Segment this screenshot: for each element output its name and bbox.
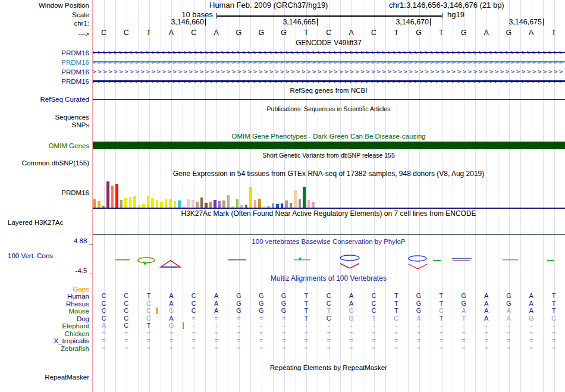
- alignment-base: G: [498, 300, 520, 307]
- repeatmasker-label[interactable]: RepeatMasker: [0, 374, 89, 381]
- gtex-tissue-bar[interactable]: [218, 201, 221, 208]
- gtex-tissue-bar[interactable]: [249, 187, 252, 208]
- gtex-tissue-bar[interactable]: [120, 200, 123, 208]
- alignment-base: =: [160, 345, 183, 352]
- species-label-x_tropicalis[interactable]: X_tropicalis: [0, 337, 89, 344]
- gtex-tissue-bar[interactable]: [303, 187, 306, 208]
- gtex-tissue-bar[interactable]: [129, 197, 132, 208]
- gtex-gene-label[interactable]: PRDM16: [0, 189, 89, 196]
- h3k27ac-baseline[interactable]: [93, 234, 565, 236]
- omim-gene-bar[interactable]: [93, 142, 565, 149]
- gtex-tissue-bar[interactable]: [294, 190, 297, 208]
- refseq-gene-line[interactable]: [93, 99, 565, 101]
- gtex-tissue-bar[interactable]: [214, 200, 216, 208]
- gtex-tissue-bar[interactable]: [147, 196, 150, 208]
- species-label-rhesus[interactable]: Rhesus: [0, 300, 89, 308]
- h3k27ac-label[interactable]: Layered H3K27Ac: [8, 219, 63, 226]
- gtex-tissue-bar[interactable]: [151, 198, 154, 208]
- phylop-label[interactable]: 100 Vert. Cons: [8, 252, 53, 259]
- gtex-tissue-bar[interactable]: [281, 203, 284, 208]
- dbsnp-label[interactable]: Common dbSNP(155): [0, 159, 89, 167]
- gtex-tissue-bar[interactable]: [98, 201, 101, 208]
- species-label-gaps[interactable]: Gaps: [0, 286, 89, 293]
- gene-label-prdm16[interactable]: PRDM16: [0, 59, 89, 66]
- alignment-base: =: [318, 337, 340, 344]
- gene-label-prdm16[interactable]: PRDM16: [0, 49, 89, 57]
- gtex-tissue-bar[interactable]: [187, 199, 190, 208]
- alignment-base: -: [407, 322, 430, 329]
- alignment-base: A: [160, 315, 183, 322]
- alignment-base: =: [250, 315, 272, 322]
- insertion-tick: [183, 322, 184, 329]
- gtex-tissue-bar[interactable]: [160, 202, 163, 208]
- alignment-base: C: [93, 315, 115, 322]
- gtex-tissue-bar[interactable]: [106, 181, 109, 208]
- alignment-base: T: [430, 315, 453, 322]
- gtex-tissue-bar[interactable]: [133, 196, 136, 208]
- gtex-tissue-bar[interactable]: [192, 200, 194, 208]
- gtex-tissue-bar[interactable]: [227, 195, 230, 208]
- alignment-base: C: [183, 308, 205, 314]
- gtex-tissue-bar[interactable]: [169, 199, 172, 208]
- species-label-zebrafish[interactable]: Zebrafish: [0, 345, 89, 352]
- species-label-human[interactable]: Human: [0, 293, 89, 300]
- gtex-tissue-bar[interactable]: [258, 199, 261, 208]
- species-label-mouse[interactable]: Mouse: [0, 308, 89, 315]
- gtex-tissue-bar[interactable]: [124, 198, 127, 208]
- species-label-elephant[interactable]: Elephant: [0, 322, 89, 330]
- alignment-base: T: [542, 308, 565, 314]
- omim-genes-label[interactable]: OMIM Genes: [0, 142, 89, 149]
- alignment-base: C: [430, 308, 453, 314]
- species-label-dog[interactable]: Dog: [0, 315, 89, 322]
- gtex-tissue-bar[interactable]: [272, 203, 275, 208]
- alignment-base: C: [183, 293, 205, 299]
- alignment-base: =: [93, 345, 115, 352]
- gtex-tissue-bar[interactable]: [165, 199, 168, 208]
- snps-label[interactable]: SNPs: [0, 121, 89, 128]
- gtex-tissue-bar[interactable]: [209, 202, 212, 208]
- sequence-base: C: [183, 29, 205, 37]
- alignment-base: G: [520, 315, 542, 322]
- gtex-tissue-bar[interactable]: [285, 200, 288, 208]
- sequence-base: C: [363, 29, 385, 37]
- strand-arrow-label[interactable]: --->: [0, 30, 89, 37]
- alignment-base: C: [385, 315, 407, 322]
- alignment-base: =: [205, 330, 228, 337]
- gtex-tissue-bar[interactable]: [299, 199, 302, 208]
- species-label-chicken[interactable]: Chicken: [0, 330, 89, 337]
- sequences-label[interactable]: Sequences: [0, 114, 89, 121]
- gene-label-prdm16[interactable]: PRDM16: [0, 68, 89, 76]
- gtex-tissue-bar[interactable]: [290, 203, 293, 208]
- gtex-tissue-bar[interactable]: [236, 199, 239, 208]
- alignment-base: =: [295, 345, 318, 352]
- gtex-tissue-bar[interactable]: [254, 200, 257, 208]
- gtex-tissue-bar[interactable]: [312, 202, 315, 208]
- gtex-tissue-bar[interactable]: [156, 200, 159, 208]
- refseq-curated-label[interactable]: RefSeq Curated: [0, 96, 89, 103]
- alignment-base: =: [453, 337, 475, 344]
- gene-transcript-row[interactable]: >>>>>>>>>>>>>>>>>>>>>>>>>>>>>>>>>>>>>>>>…: [93, 77, 565, 85]
- gtex-tissue-bar[interactable]: [111, 186, 114, 208]
- gene-transcript-row[interactable]: >>>>>>>>>>>>>>>>>>>>>>>>>>>>>>>>>>>>>>>>…: [93, 68, 565, 76]
- gtex-tissue-bar[interactable]: [307, 200, 310, 208]
- alignment-base: A: [160, 300, 183, 307]
- gtex-tissue-bar[interactable]: [178, 200, 181, 208]
- gtex-bar-chart[interactable]: [93, 180, 565, 208]
- gtex-tissue-bar[interactable]: [205, 203, 208, 208]
- alignment-base: T: [137, 322, 160, 329]
- gtex-tissue-bar[interactable]: [93, 199, 96, 208]
- alignment-base: T: [430, 300, 453, 307]
- genome-browser-image: Window Position Human Feb. 2009 (GRCh37/…: [0, 0, 565, 392]
- gene-transcript-row[interactable]: >>>>>>>>>>>>>>>>>>>>>>>>>>>>>>>>>>>>>>>>…: [93, 58, 565, 66]
- gtex-tissue-bar[interactable]: [174, 201, 177, 208]
- gene-transcript-row[interactable]: >>>>>>>>>>>>>>>>>>>>>>>>>>>>>>>>>>>>>>>>…: [93, 49, 565, 57]
- gtex-tissue-bar[interactable]: [115, 184, 118, 208]
- gtex-tissue-bar[interactable]: [196, 202, 199, 208]
- gtex-tissue-bar[interactable]: [200, 197, 203, 208]
- alignment-base: C: [183, 300, 205, 307]
- gene-label-prdm16[interactable]: PRDM16: [0, 78, 89, 85]
- sequence-base: G: [250, 29, 272, 37]
- gtex-tissue-bar[interactable]: [222, 200, 225, 208]
- alignment-base: -: [295, 322, 318, 329]
- alignment-base: A: [475, 300, 498, 307]
